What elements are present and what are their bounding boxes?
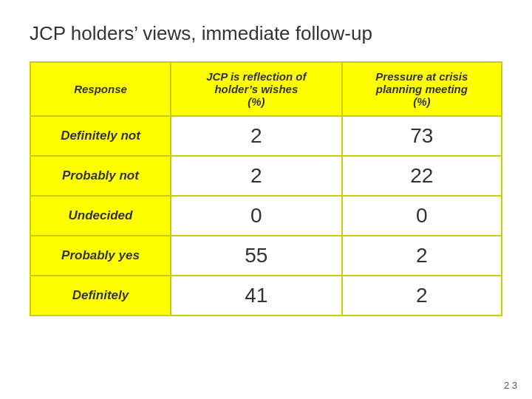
header-col2: Pressure at crisis planning meeting (%) [342, 62, 502, 116]
col1-cell: 0 [171, 196, 342, 236]
response-cell: Probably yes [30, 236, 171, 276]
table-row: Definitely412 [30, 276, 502, 316]
table-row: Definitely not273 [30, 116, 502, 156]
response-cell: Probably not [30, 156, 171, 196]
header-col1: JCP is reflection of holder’s wishes (%) [171, 62, 342, 116]
data-table: Response JCP is reflection of holder’s w… [30, 61, 502, 316]
page-title: JCP holders’ views, immediate follow-up [30, 22, 502, 45]
col1-cell: 2 [171, 156, 342, 196]
col2-cell: 2 [342, 236, 502, 276]
table-row: Probably yes552 [30, 236, 502, 276]
col2-cell: 73 [342, 116, 502, 156]
col1-cell: 55 [171, 236, 342, 276]
col2-cell: 2 [342, 276, 502, 316]
col2-cell: 0 [342, 196, 502, 236]
response-cell: Undecided [30, 196, 171, 236]
header-response: Response [30, 62, 171, 116]
page: JCP holders’ views, immediate follow-up … [0, 0, 532, 399]
table-row: Undecided00 [30, 196, 502, 236]
table-row: Probably not222 [30, 156, 502, 196]
col1-cell: 2 [171, 116, 342, 156]
col1-cell: 41 [171, 276, 342, 316]
response-cell: Definitely [30, 276, 171, 316]
page-number: 2 3 [504, 380, 517, 392]
response-cell: Definitely not [30, 116, 171, 156]
col2-cell: 22 [342, 156, 502, 196]
